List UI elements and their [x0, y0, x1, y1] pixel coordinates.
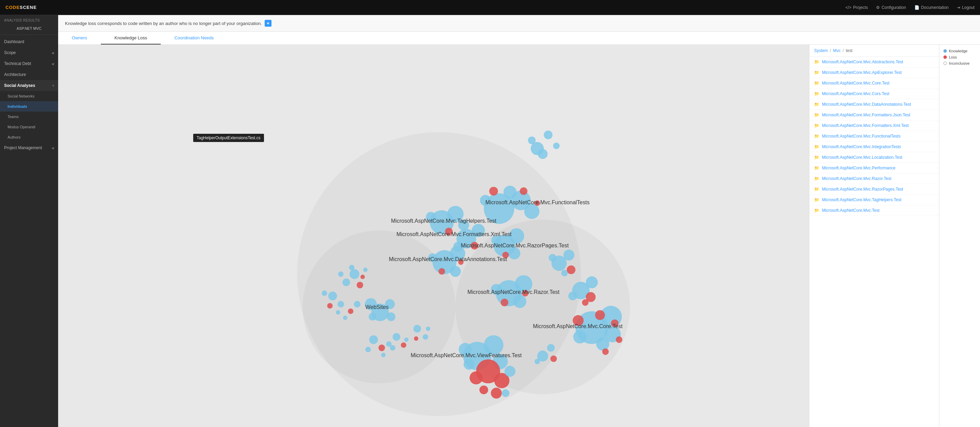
legend-item-inconclusive: Inconclusive	[943, 61, 976, 65]
chevron-icon: ◀	[51, 51, 54, 55]
sidebar-item-architecture[interactable]: Architecture	[0, 69, 58, 80]
projects-label: Projects	[853, 5, 868, 10]
brand-prefix: CODE	[5, 5, 20, 10]
svg-point-62	[369, 335, 378, 344]
sidebar-item-technical-debt[interactable]: Technical Debt ◀	[0, 58, 58, 69]
file-list-item[interactable]: 📁Microsoft.AspNetCore.Mvc.Abstractions.T…	[809, 57, 939, 67]
svg-point-79	[573, 330, 586, 344]
file-name: Microsoft.AspNetCore.Mvc.Localization.Te…	[822, 155, 902, 160]
nav-links: </> Projects ⚙ Configuration 📄 Documenta…	[845, 5, 975, 10]
file-name: Microsoft.AspNetCore.Mvc.TagHelpers.Test	[822, 198, 901, 202]
chart-area[interactable]: Microsoft.AspNetCore.Mvc.FunctionalTests…	[58, 45, 809, 427]
svg-point-38	[513, 295, 526, 308]
file-list-item[interactable]: 📁Microsoft.AspNetCore.Mvc.FunctionalTest…	[809, 131, 939, 142]
folder-icon: 📁	[814, 166, 819, 170]
sidebar-item-authors[interactable]: Authors	[0, 132, 58, 142]
svg-text:Microsoft.AspNetCore.Mvc.Funct: Microsoft.AspNetCore.Mvc.FunctionalTests	[485, 199, 590, 205]
file-list-item[interactable]: 📁Microsoft.AspNetCore.Mvc.Formatters.Xml…	[809, 120, 939, 131]
sidebar-item-dashboard[interactable]: Dashboard	[0, 36, 58, 47]
info-expand-button[interactable]: +	[265, 20, 272, 27]
file-list-item[interactable]: 📁Microsoft.AspNetCore.Mvc.DataAnnotation…	[809, 99, 939, 110]
file-list-item[interactable]: 📁Microsoft.AspNetCore.Mvc.RazorPages.Tes…	[809, 184, 939, 195]
svg-point-60	[348, 309, 353, 314]
file-list-item[interactable]: 📁Microsoft.AspNetCore.Mvc.ApiExplorer.Te…	[809, 67, 939, 78]
svg-point-109	[550, 355, 557, 362]
legend-dot-inconclusive	[943, 62, 947, 65]
legend-label-inconclusive: Inconclusive	[949, 61, 970, 65]
svg-point-66	[381, 353, 386, 357]
documentation-link[interactable]: 📄 Documentation	[914, 5, 949, 10]
svg-point-14	[520, 187, 527, 195]
file-list-item[interactable]: 📁Microsoft.AspNetCore.Mvc.Performance	[809, 163, 939, 174]
file-list-item[interactable]: 📁Microsoft.AspNetCore.Mvc.Formatters.Jso…	[809, 110, 939, 120]
bubble-chart: Microsoft.AspNetCore.Mvc.FunctionalTests…	[58, 45, 809, 427]
code-icon: </>	[845, 5, 851, 10]
info-bar: Knowledge loss corresponds to code writt…	[58, 15, 980, 32]
sidebar-item-modus-operandi[interactable]: Modus Operandi	[0, 122, 58, 132]
breadcrumb-system[interactable]: System	[814, 48, 828, 53]
folder-icon: 📁	[814, 91, 819, 96]
svg-point-93	[491, 388, 502, 398]
sidebar-item-social-networks[interactable]: Social Networks	[0, 91, 58, 101]
sidebar-item-individuals[interactable]: Individuals	[0, 101, 58, 112]
svg-text:Microsoft.AspNetCore.Mvc.Razor: Microsoft.AspNetCore.Mvc.Razor.Test	[468, 289, 560, 295]
file-list-item[interactable]: 📁Microsoft.AspNetCore.Mvc.Cors.Test	[809, 89, 939, 99]
configuration-link[interactable]: ⚙ Configuration	[876, 5, 906, 10]
svg-point-94	[479, 386, 488, 395]
tab-owners[interactable]: Owners	[58, 32, 101, 45]
svg-point-99	[566, 266, 576, 274]
main-content: Knowledge loss corresponds to code writt…	[58, 15, 980, 427]
sidebar-item-scope[interactable]: Scope ◀	[0, 47, 58, 58]
breadcrumb-mvc[interactable]: Mvc	[833, 48, 840, 53]
file-list-item[interactable]: 📁Microsoft.AspNetCore.Mvc.IntegrationTes…	[809, 142, 939, 152]
svg-point-48	[343, 279, 350, 286]
file-name: Microsoft.AspNetCore.Mvc.DataAnnotations…	[822, 102, 911, 107]
app-layout: ANALYSIS RESULTS ASP.NET MVC Dashboard S…	[0, 15, 980, 427]
file-list-item[interactable]: 📁Microsoft.AspNetCore.Mvc.Core.Test	[809, 78, 939, 89]
svg-point-83	[616, 336, 622, 343]
file-name: Microsoft.AspNetCore.Mvc.RazorPages.Test	[822, 187, 903, 191]
file-list: 📁Microsoft.AspNetCore.Mvc.Abstractions.T…	[809, 57, 939, 427]
gear-icon: ⚙	[876, 5, 880, 10]
tab-knowledge-loss[interactable]: Knowledge Loss	[101, 32, 161, 45]
folder-icon: 📁	[814, 123, 819, 128]
folder-icon: 📁	[814, 70, 819, 75]
projects-link[interactable]: </> Projects	[845, 5, 868, 10]
configuration-label: Configuration	[881, 5, 906, 10]
sidebar-item-project-management[interactable]: Project Management ◀	[0, 142, 58, 153]
svg-text:Microsoft.AspNetCore.Mvc.Core.: Microsoft.AspNetCore.Mvc.Core.Test	[533, 323, 623, 329]
folder-icon: 📁	[814, 155, 819, 160]
svg-text:Microsoft.AspNetCore.Mvc.ViewF: Microsoft.AspNetCore.Mvc.ViewFeatures.Te…	[410, 352, 522, 358]
svg-point-51	[338, 271, 344, 277]
folder-icon: 📁	[814, 187, 819, 191]
svg-point-74	[426, 327, 431, 331]
svg-point-72	[423, 334, 428, 340]
svg-point-92	[469, 371, 482, 384]
svg-point-69	[390, 345, 395, 351]
documentation-label: Documentation	[921, 5, 949, 10]
svg-point-81	[595, 310, 605, 320]
svg-point-67	[393, 333, 400, 341]
sidebar-item-social-analyses[interactable]: Social Analyses ▾	[0, 80, 58, 91]
file-list-item[interactable]: 📁Microsoft.AspNetCore.Mvc.Test	[809, 205, 939, 216]
legend-dot-knowledge	[943, 49, 947, 53]
tabs-bar: Owners Knowledge Loss Coordination Needs	[58, 32, 980, 45]
svg-point-4	[544, 131, 552, 140]
file-name: Microsoft.AspNetCore.Mvc.FunctionalTests	[822, 134, 900, 139]
file-list-item[interactable]: 📁Microsoft.AspNetCore.Mvc.TagHelpers.Tes…	[809, 195, 939, 205]
logout-link[interactable]: ⇥ Logout	[957, 5, 975, 10]
svg-point-45	[387, 312, 396, 321]
file-list-item[interactable]: 📁Microsoft.AspNetCore.Mvc.Razor.Test	[809, 174, 939, 184]
svg-point-13	[489, 187, 498, 196]
svg-point-10	[524, 204, 539, 219]
tab-coordination-needs[interactable]: Coordination Needs	[161, 32, 228, 45]
svg-point-56	[327, 303, 333, 309]
legend-label-knowledge: Knowledge	[949, 49, 967, 53]
svg-point-96	[502, 389, 509, 397]
doc-icon: 📄	[914, 5, 920, 10]
file-list-item[interactable]: 📁Microsoft.AspNetCore.Mvc.Localization.T…	[809, 152, 939, 163]
svg-point-59	[354, 301, 360, 307]
sidebar-item-teams[interactable]: Teams	[0, 112, 58, 122]
file-name: Microsoft.AspNetCore.Mvc.Razor.Test	[822, 176, 891, 181]
svg-point-110	[535, 359, 540, 364]
